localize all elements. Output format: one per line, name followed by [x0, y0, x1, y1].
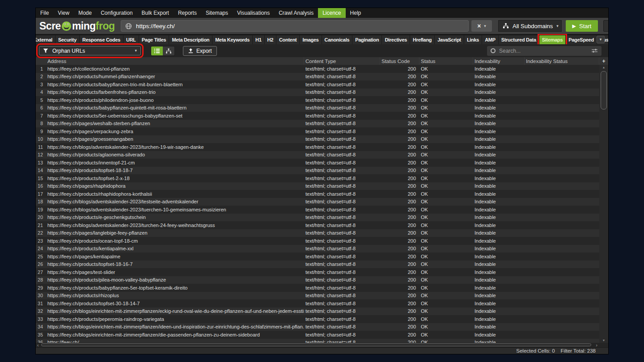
tab-meta-keywords[interactable]: Meta Keywords [212, 35, 252, 44]
menu-item-configuration[interactable]: Configuration [96, 8, 137, 18]
table-row[interactable]: 23https://feey.ch/products/ocean-topf-18… [36, 237, 599, 245]
horizontal-scrollbar-thumb[interactable] [41, 343, 591, 346]
tab-hreflang[interactable]: Hreflang [410, 35, 434, 44]
menu-item-view[interactable]: View [53, 8, 74, 18]
table-row[interactable]: 20https://feey.ch/products/e-geschenkgut… [36, 214, 599, 222]
subdomains-dropdown[interactable]: All Subdomains ▾ [498, 20, 562, 32]
table-row[interactable]: 1https://feey.ch/collections/xxl-pflanze… [36, 65, 599, 73]
tab-url[interactable]: URL [123, 35, 139, 44]
table-row[interactable]: 36https://feey.ch/text/html; charset=utf… [36, 339, 599, 343]
start-button[interactable]: ▶ Start [566, 20, 598, 32]
table-row[interactable]: 3https://feey.ch/products/babypflanzen-t… [36, 80, 599, 88]
filter-dropdown[interactable]: Orphan URLs ▾ [39, 46, 141, 55]
table-row[interactable]: 12https://feey.ch/products/aglaonema-sil… [36, 151, 599, 159]
column-header-status-code[interactable]: Status Code [380, 57, 419, 65]
tab-sitemaps[interactable]: Sitemaps [539, 35, 566, 44]
menu-item-mode[interactable]: Mode [74, 8, 96, 18]
table-row[interactable]: 7https://feey.ch/products/5er-ueberrasch… [36, 112, 599, 120]
add-column-button[interactable]: + [599, 57, 608, 65]
status-code-cell: 200 [380, 97, 419, 103]
table-row[interactable]: 11https://feey.ch/blogs/adventskalender-… [36, 143, 599, 151]
scroll-right-icon[interactable]: › [596, 343, 597, 347]
column-header-status[interactable]: Status [419, 57, 473, 65]
table-row[interactable]: 32https://feey.ch/blogs/einrichten-mit-z… [36, 307, 599, 316]
table-row[interactable]: 13https://feey.ch/products/innentopf-21-… [36, 159, 599, 167]
tab-h2[interactable]: H2 [265, 35, 276, 44]
table-row[interactable]: 30https://feey.ch/products/rhizoplustext… [36, 292, 599, 300]
table-row[interactable]: 18https://feey.ch/blogs/adventskalender-… [36, 198, 599, 206]
status-cell: OK [419, 261, 473, 267]
table-row[interactable]: 33https://feey.ch/products/peperomia-rai… [36, 315, 599, 323]
vertical-scrollbar-thumb[interactable] [601, 71, 607, 109]
menu-item-visualisations[interactable]: Visualisations [233, 8, 274, 18]
table-row[interactable]: 29https://feey.ch/products/babypflanzen-… [36, 284, 599, 292]
url-clear-button[interactable]: × ▾ [471, 20, 492, 32]
horizontal-scrollbar[interactable]: ‹ › [36, 343, 608, 347]
vertical-scrollbar[interactable]: ▲ ▼ [599, 65, 608, 343]
tab-overflow-button[interactable]: ▾ [597, 36, 605, 43]
table-row[interactable]: 28https://feey.ch/products/pilea-moon-va… [36, 276, 599, 284]
tab-pagespeed[interactable]: PageSpeed [566, 35, 597, 44]
table-row[interactable]: 4https://feey.ch/products/farbenfrohes-p… [36, 88, 599, 97]
table-row[interactable]: 2https://feey.ch/products/hummel-pflanze… [36, 73, 599, 81]
table-row[interactable]: 15https://feey.ch/products/topfset-2-x-1… [36, 174, 599, 182]
clear-button[interactable]: Clear [603, 20, 608, 32]
table-row[interactable]: 31https://feey.ch/products/topfset-30-18… [36, 299, 599, 307]
menu-item-reports[interactable]: Reports [174, 8, 201, 18]
search-box[interactable] [487, 46, 602, 56]
table-row[interactable]: 16https://feey.ch/pages/rhaphidophoratex… [36, 182, 599, 190]
table-row[interactable]: 25https://feey.ch/pages/kentiapalmetext/… [36, 253, 599, 261]
tab-links[interactable]: Links [464, 35, 482, 44]
column-header-indexability[interactable]: Indexability [473, 57, 525, 65]
url-bar[interactable] [121, 20, 469, 32]
menu-item-file[interactable]: File [36, 8, 53, 18]
table-row[interactable]: 6https://feey.ch/products/babypflanzen-q… [36, 104, 599, 112]
table-row[interactable]: 22https://feey.ch/pages/langlebige-feey-… [36, 229, 599, 237]
table-row[interactable]: 5https://feey.ch/products/philodendron-j… [36, 96, 599, 104]
scroll-down-icon[interactable]: ▼ [599, 338, 608, 342]
tab-external[interactable]: External [36, 35, 55, 44]
table-row[interactable]: 24https://feey.ch/products/kentiapalme-x… [36, 245, 599, 253]
table-row[interactable]: 17https://feey.ch/products/rhaphidophora… [36, 190, 599, 198]
table-row[interactable]: 34https://feey.ch/blogs/einrichten-mit-z… [36, 323, 599, 331]
column-header-address[interactable]: Address [46, 57, 304, 65]
tab-h1[interactable]: H1 [253, 35, 264, 44]
menu-item-bulk-export[interactable]: Bulk Export [137, 8, 174, 18]
list-view-button[interactable] [151, 46, 163, 55]
table-row[interactable]: 26https://feey.ch/products/topfset-18-16… [36, 261, 599, 269]
menu-item-help[interactable]: Help [346, 8, 366, 18]
tab-content[interactable]: Content [276, 35, 299, 44]
search-input[interactable] [499, 48, 588, 54]
scroll-left-icon[interactable]: ‹ [37, 343, 39, 347]
table-row[interactable]: 9https://feey.ch/pages/verpackung-zebrat… [36, 127, 599, 135]
column-header-indexability-status[interactable]: Indexability Status [525, 57, 599, 65]
scroll-up-icon[interactable]: ▲ [599, 65, 608, 69]
url-input[interactable] [136, 23, 464, 29]
tab-structured-data[interactable]: Structured Data [499, 35, 539, 44]
table-row[interactable]: 35https://feey.ch/blogs/einrichten-mit-z… [36, 331, 599, 339]
tab-response-codes[interactable]: Response Codes [80, 35, 123, 44]
menu-item-licence[interactable]: Licence [318, 8, 345, 18]
menu-item-crawl-analysis[interactable]: Crawl Analysis [274, 8, 318, 18]
export-button[interactable]: Export [183, 46, 217, 56]
tab-images[interactable]: Images [300, 35, 321, 44]
menu-item-sitemaps[interactable]: Sitemaps [201, 8, 233, 18]
table-row[interactable]: 21https://feey.ch/blogs/adventskalender-… [36, 221, 599, 229]
column-header-content-type[interactable]: Content Type [304, 57, 380, 65]
tab-page-titles[interactable]: Page Titles [139, 35, 169, 44]
tab-canonicals[interactable]: Canonicals [322, 35, 352, 44]
tab-directives[interactable]: Directives [382, 35, 410, 44]
tab-amp[interactable]: AMP [482, 35, 498, 44]
sliders-icon[interactable] [591, 48, 598, 53]
tab-meta-description[interactable]: Meta Description [169, 35, 212, 44]
table-row[interactable]: 14https://feey.ch/products/topfset-18-18… [36, 167, 599, 175]
table-row[interactable]: 8https://feey.ch/pages/weshalb-sterben-p… [36, 120, 599, 128]
tab-javascript[interactable]: JavaScript [435, 35, 464, 44]
table-row[interactable]: 19https://feey.ch/blogs/adventskalender-… [36, 206, 599, 214]
tab-security[interactable]: Security [55, 35, 79, 44]
tab-pagination[interactable]: Pagination [352, 35, 381, 44]
row-number: 16 [36, 183, 46, 189]
table-row[interactable]: 27https://feey.ch/pages/test-slidertext/… [36, 268, 599, 276]
table-row[interactable]: 10https://feey.ch/pages/groessenangabent… [36, 135, 599, 143]
tree-view-button[interactable] [163, 46, 174, 55]
